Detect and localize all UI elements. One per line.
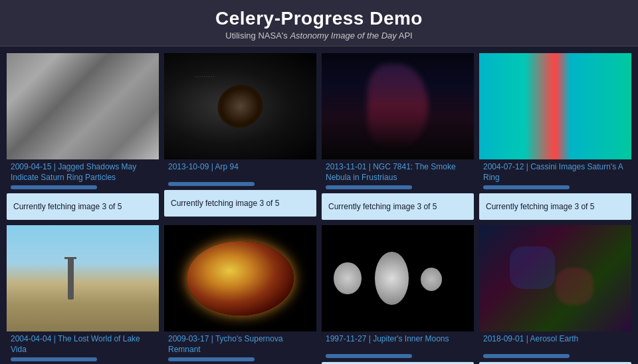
card-image-aerosol: [479, 225, 631, 331]
card-image-smoke-nebula: [322, 53, 474, 159]
subtitle-suffix: API: [397, 31, 413, 41]
progress-bar-container-cassini: [479, 184, 631, 192]
progress-bar-container-saturn-rings: [7, 184, 159, 192]
card-title-jupiter-moons: 1997-11-27 | Jupiter's Inner Moons: [322, 331, 474, 353]
progress-bar-container-aerosol: [479, 353, 631, 361]
subtitle-prefix: Utilising NASA's: [225, 31, 290, 41]
status-box-arp94: Currently fetching image 3 of 5: [164, 190, 316, 217]
page-title: Celery-Progress Demo: [0, 8, 638, 29]
subtitle-italic: Astonomy Image of the Day: [290, 31, 396, 41]
progress-bar-saturn-rings: [11, 185, 97, 189]
status-box-smoke-nebula: Currently fetching image 3 of 5: [322, 193, 474, 220]
progress-bar-cassini: [483, 185, 570, 189]
status-box-cassini: Currently fetching image 3 of 5: [479, 193, 631, 220]
progress-bar-lake-vida: [11, 357, 97, 361]
page-subtitle: Utilising NASA's Astonomy Image of the D…: [0, 31, 638, 41]
card-title-lake-vida: 2004-04-04 | The Lost World of Lake Vida: [7, 331, 159, 356]
card-arp94: · · · · · · · · · · ·2013-10-09 | Arp 94…: [164, 53, 316, 220]
card-image-saturn-rings: [7, 53, 159, 159]
card-title-tycho: 2009-03-17 | Tycho's Supernova Remnant: [164, 331, 316, 356]
card-aerosol: 2018-09-01 | Aerosol EarthCurrently fetc…: [479, 225, 631, 364]
progress-bar-container-tycho: [164, 356, 316, 364]
progress-bar-arp94: [168, 182, 255, 186]
card-image-cassini: [479, 53, 631, 159]
progress-bar-jupiter-moons: [326, 354, 412, 358]
card-cassini: 2004-07-12 | Cassini Images Saturn's A R…: [479, 53, 631, 220]
progress-bar-container-lake-vida: [7, 356, 159, 364]
card-image-jupiter-moons: [322, 225, 474, 331]
progress-bar-tycho: [168, 357, 255, 361]
page-header: Celery-Progress Demo Utilising NASA's As…: [0, 0, 638, 46]
card-title-saturn-rings: 2009-04-15 | Jagged Shadows May Indicate…: [7, 159, 159, 184]
card-title-arp94: 2013-10-09 | Arp 94: [164, 159, 316, 181]
status-box-saturn-rings: Currently fetching image 3 of 5: [7, 193, 159, 220]
card-title-cassini: 2004-07-12 | Cassini Images Saturn's A R…: [479, 159, 631, 184]
progress-bar-smoke-nebula: [326, 185, 412, 189]
progress-bar-aerosol: [483, 354, 570, 358]
card-image-arp94: · · · · · · · · · · ·: [164, 53, 316, 159]
card-title-aerosol: 2018-09-01 | Aerosol Earth: [479, 331, 631, 353]
card-title-smoke-nebula: 2013-11-01 | NGC 7841: The Smoke Nebula …: [322, 159, 474, 184]
card-jupiter-moons: 1997-11-27 | Jupiter's Inner MoonsCurren…: [322, 225, 474, 364]
card-smoke-nebula: 2013-11-01 | NGC 7841: The Smoke Nebula …: [322, 53, 474, 220]
progress-bar-container-jupiter-moons: [322, 353, 474, 361]
card-image-tycho: [164, 225, 316, 331]
card-saturn-rings: 2009-04-15 | Jagged Shadows May Indicate…: [7, 53, 159, 220]
image-grid: 2009-04-15 | Jagged Shadows May Indicate…: [0, 46, 638, 364]
card-lake-vida: 2004-04-04 | The Lost World of Lake Vida…: [7, 225, 159, 364]
progress-bar-container-smoke-nebula: [322, 184, 474, 192]
card-tycho: 2009-03-17 | Tycho's Supernova RemnantCu…: [164, 225, 316, 364]
progress-bar-container-arp94: [164, 181, 316, 189]
card-image-lake-vida: [7, 225, 159, 331]
